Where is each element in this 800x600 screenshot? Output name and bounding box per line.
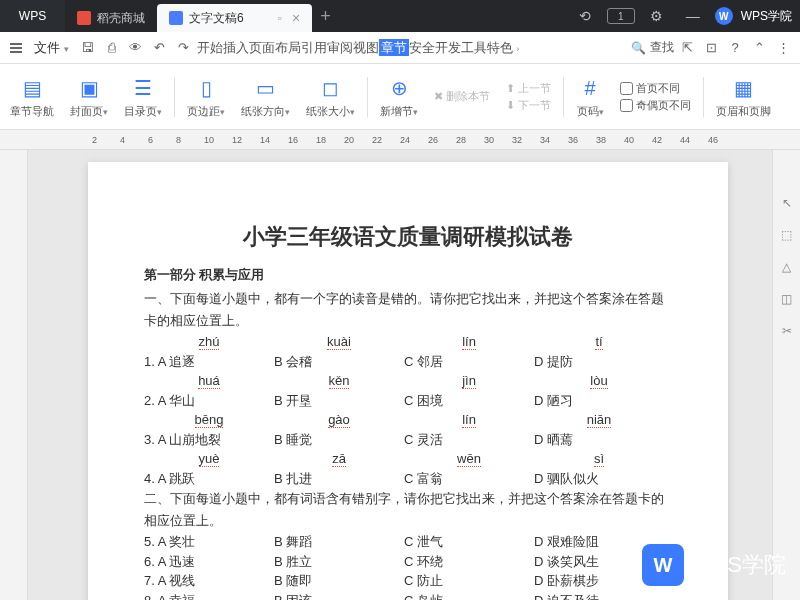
shape-tool-icon[interactable]: △	[778, 258, 796, 276]
ruler-tick: 22	[372, 135, 382, 145]
new-section-button[interactable]: ⊕新增节▾	[376, 74, 422, 119]
next-section-button[interactable]: ⬇ 下一节	[506, 98, 551, 113]
pinyin-cell: bēng	[144, 410, 274, 430]
file-menu[interactable]: 文件 ▾	[28, 39, 75, 57]
doc-section-heading: 第一部分 积累与应用	[144, 266, 672, 284]
pinyin-cell: lòu	[534, 371, 664, 391]
wps-logo[interactable]: WPS	[0, 0, 65, 32]
section-nav-button[interactable]: ▤章节导航	[6, 74, 58, 119]
ruler-tick: 4	[120, 135, 125, 145]
preview-icon[interactable]: 👁	[125, 37, 147, 59]
answer-cell: C 泄气	[404, 532, 534, 552]
minimize-icon[interactable]: —	[679, 2, 707, 30]
share-icon[interactable]: ⇱	[676, 37, 698, 59]
mall-icon	[77, 11, 91, 25]
question-options: zhúkuàilíntí1. A 追逐B 会稽C 邻居D 提防huákěnjìn…	[144, 332, 672, 488]
badge-icon[interactable]: 1	[607, 8, 635, 24]
pinyin-cell: gào	[274, 410, 404, 430]
answer-cell: C 防止	[404, 571, 534, 591]
answer-cell: 2. A 华山	[144, 391, 274, 411]
delete-section-button[interactable]: ✖ 删除本节	[434, 89, 490, 104]
first-diff-checkbox[interactable]: 首页不同	[620, 81, 691, 96]
add-tab-button[interactable]: +	[312, 6, 339, 27]
more-icon[interactable]: ⊡	[700, 37, 722, 59]
answer-cell: 3. A 山崩地裂	[144, 430, 274, 450]
ruler-tick: 34	[540, 135, 550, 145]
document-page[interactable]: 小学三年级语文质量调研模拟试卷 第一部分 积累与应用 一、下面每道小题中，都有一…	[88, 162, 728, 600]
orientation-button[interactable]: ▭纸张方向▾	[237, 74, 294, 119]
print-icon[interactable]: ⎙	[101, 37, 123, 59]
answer-cell: B 因该	[274, 591, 404, 600]
help-icon[interactable]: ?	[724, 37, 746, 59]
answer-cell: C 邻居	[404, 352, 534, 372]
pageno-button[interactable]: #页码▾	[572, 74, 608, 119]
margin-button[interactable]: ▯页边距▾	[183, 74, 229, 119]
answer-cell: B 随即	[274, 571, 404, 591]
ribbon-tabs[interactable]: 开始插入页面布局引用审阅视图章节安全开发工具特色 ›	[197, 39, 520, 57]
ruler-tick: 6	[148, 135, 153, 145]
toc-button[interactable]: ☰目录页▾	[120, 74, 166, 119]
titlebar: WPS 稻壳商城 文字文稿6 ▫ × + ⟲ 1 ⚙ — W WPS学院	[0, 0, 800, 32]
pinyin-cell: sì	[534, 449, 664, 469]
tab-label: 稻壳商城	[97, 10, 145, 27]
prev-section-button[interactable]: ⬆ 上一节	[506, 81, 551, 96]
answer-cell: 8. A 幸福	[144, 591, 274, 600]
sync-icon[interactable]: ⟲	[571, 2, 599, 30]
header-footer-button[interactable]: ▦页眉和页脚	[712, 74, 775, 119]
pinyin-cell: kuài	[274, 332, 404, 352]
answer-cell: C 岛屿	[404, 591, 534, 600]
wps-school-icon[interactable]: W	[715, 7, 733, 25]
menubar: 文件 ▾ 🖫 ⎙ 👁 ↶ ↷ 开始插入页面布局引用审阅视图章节安全开发工具特色 …	[0, 32, 800, 64]
cover-button[interactable]: ▣封面页▾	[66, 74, 112, 119]
answer-cell: D 晒蔫	[534, 430, 664, 450]
pinyin-cell: zhú	[144, 332, 274, 352]
answer-cell: B 胜立	[274, 552, 404, 572]
ruler-tick: 40	[624, 135, 634, 145]
save-icon[interactable]: 🖫	[77, 37, 99, 59]
tab-mall[interactable]: 稻壳商城	[65, 4, 157, 32]
size-button[interactable]: ◻纸张大小▾	[302, 74, 359, 119]
answer-cell: 7. A 视线	[144, 571, 274, 591]
wps-school-label[interactable]: WPS学院	[741, 8, 792, 25]
ruler[interactable]: 2468101214161820222426283032343638404244…	[0, 130, 800, 150]
tab-document[interactable]: 文字文稿6 ▫ ×	[157, 4, 312, 32]
pinyin-cell: wēn	[404, 449, 534, 469]
tab-menu-icon[interactable]: ▫	[278, 11, 282, 25]
answer-cell: B 舞蹈	[274, 532, 404, 552]
ruler-tick: 14	[260, 135, 270, 145]
answer-cell: D 驷队似火	[534, 469, 664, 489]
hamburger-icon[interactable]	[6, 39, 26, 57]
watermark-text: WPS学院	[692, 550, 786, 580]
watermark: W WPS学院	[642, 544, 786, 586]
redo-icon[interactable]: ↷	[173, 37, 195, 59]
answer-cell: D 迫不及待	[534, 591, 664, 600]
settings-icon[interactable]: ⚙	[643, 2, 671, 30]
answer-cell: C 困境	[404, 391, 534, 411]
ruler-tick: 32	[512, 135, 522, 145]
pinyin-cell: tí	[534, 332, 664, 352]
collapse-icon[interactable]: ⌃	[748, 37, 770, 59]
ruler-tick: 30	[484, 135, 494, 145]
select-tool-icon[interactable]: ⬚	[778, 226, 796, 244]
question-options-2: 5. A 奖壮B 舞蹈C 泄气D 艰难险阻6. A 迅速B 胜立C 环绕D 谈笑…	[144, 532, 672, 600]
doc-icon	[169, 11, 183, 25]
pinyin-cell: lín	[404, 410, 534, 430]
clip-tool-icon[interactable]: ✂	[778, 322, 796, 340]
ruler-tick: 42	[652, 135, 662, 145]
layer-tool-icon[interactable]: ◫	[778, 290, 796, 308]
odd-even-checkbox[interactable]: 奇偶页不同	[620, 98, 691, 113]
close-icon[interactable]: ×	[292, 10, 300, 26]
answer-cell: 1. A 追逐	[144, 352, 274, 372]
answer-cell: D 陋习	[534, 391, 664, 411]
undo-icon[interactable]: ↶	[149, 37, 171, 59]
ruler-tick: 8	[176, 135, 181, 145]
cursor-tool-icon[interactable]: ↖	[778, 194, 796, 212]
doc-title: 小学三年级语文质量调研模拟试卷	[144, 222, 672, 252]
menu-icon[interactable]: ⋮	[772, 37, 794, 59]
ruler-tick: 24	[400, 135, 410, 145]
tab-label: 文字文稿6	[189, 10, 244, 27]
answer-cell: B 扎进	[274, 469, 404, 489]
answer-cell: C 富翁	[404, 469, 534, 489]
search-button[interactable]: 🔍 查找	[631, 39, 674, 56]
answer-cell: C 灵活	[404, 430, 534, 450]
